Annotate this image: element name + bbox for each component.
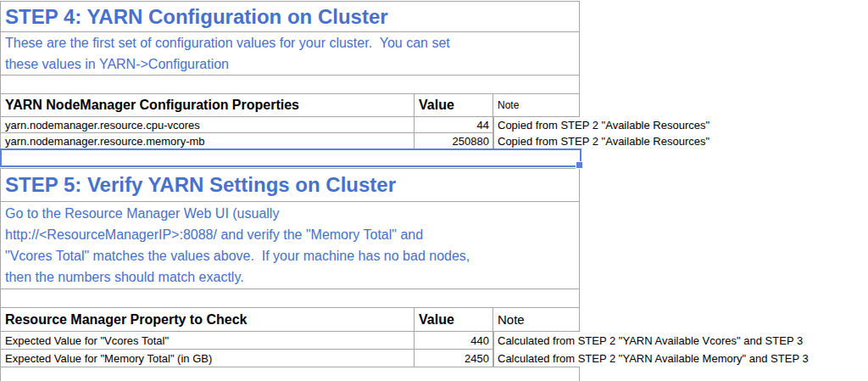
table1-row-property[interactable]: yarn.nodemanager.resource.cpu-vcores — [0, 116, 415, 133]
table2-row-note[interactable]: Calculated from STEP 2 "YARN Available V… — [492, 331, 868, 350]
fill-handle[interactable] — [576, 161, 583, 169]
table2-row-note[interactable]: Calculated from STEP 2 "YARN Available M… — [492, 349, 868, 367]
step4-description-cell[interactable]: These are the first set of configuration… — [0, 31, 580, 76]
table1-header-value[interactable]: Value — [414, 93, 494, 117]
table2-row-property[interactable]: Expected Value for "Vcores Total" — [0, 331, 415, 350]
table1-row-property[interactable]: yarn.nodemanager.resource.memory-mb — [0, 132, 415, 149]
table2-row-property[interactable]: Expected Value for "Memory Total" (in GB… — [0, 349, 415, 367]
description-line: these values in YARN->Configuration — [5, 53, 229, 75]
table2-header-note[interactable]: Note — [492, 307, 580, 332]
table1-row-note[interactable]: Copied from STEP 2 "Available Resources" — [492, 116, 868, 133]
table1-header-property[interactable]: YARN NodeManager Configuration Propertie… — [0, 93, 415, 117]
table2-header-value[interactable]: Value — [414, 307, 494, 332]
empty-row[interactable] — [0, 75, 580, 94]
table2-row-value[interactable]: 440 — [414, 331, 494, 350]
table2-row-value[interactable]: 2450 — [414, 349, 494, 367]
table1-row-value[interactable]: 44 — [414, 116, 494, 133]
description-line: Go to the Resource Manager Web UI (usual… — [5, 203, 279, 224]
table2-header-property[interactable]: Resource Manager Property to Check — [0, 307, 415, 332]
description-line: http://<ResourceManagerIP>:8088/ and ver… — [5, 224, 423, 245]
cell-selection[interactable] — [0, 148, 581, 167]
step4-title-cell[interactable]: STEP 4: YARN Configuration on Cluster — [0, 1, 580, 32]
step5-description-cell[interactable]: Go to the Resource Manager Web UI (usual… — [0, 201, 580, 289]
table1-row-note[interactable]: Copied from STEP 2 "Available Resources" — [492, 132, 868, 149]
description-line: "Vcores Total" matches the values above.… — [5, 245, 470, 266]
spreadsheet: STEP 4: YARN Configuration on Cluster Th… — [0, 0, 868, 381]
description-line: These are the first set of configuration… — [5, 32, 450, 53]
table1-row-value[interactable]: 250880 — [414, 132, 494, 149]
empty-row[interactable] — [0, 367, 580, 381]
table1-header-note[interactable]: Note — [492, 93, 580, 117]
step5-title-cell[interactable]: STEP 5: Verify YARN Settings on Cluster — [0, 168, 580, 202]
description-line: then the numbers should match exactly. — [5, 266, 244, 288]
empty-row[interactable] — [0, 289, 580, 308]
